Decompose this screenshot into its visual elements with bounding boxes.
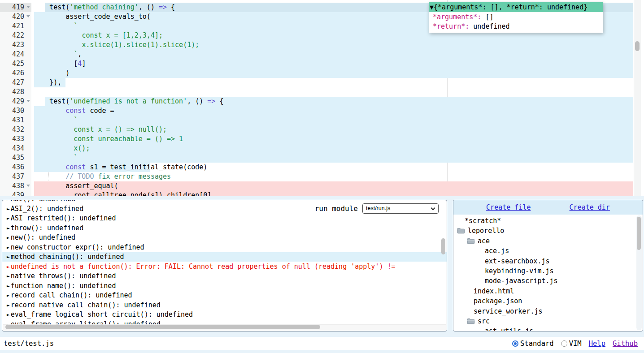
test-result-row[interactable]: ►undefined is not a function(): Error: F…	[2, 262, 447, 271]
editor-line-439[interactable]: root_calltree_node(s1).children[0]439	[0, 191, 644, 196]
editor-line-437[interactable]: // TODO fix error messages437	[0, 172, 644, 181]
fold-arrow-icon[interactable]	[26, 15, 30, 17]
tree-item-label: src	[478, 316, 490, 326]
test-result-row[interactable]: ►new(): undefined	[2, 233, 447, 242]
expand-triangle-icon[interactable]: ►	[7, 245, 10, 250]
editor-line-428[interactable]: 428	[0, 87, 644, 97]
gutter-line-number[interactable]: 423	[0, 40, 31, 50]
radio-vim[interactable]	[561, 340, 567, 347]
results-hscrollbar-track[interactable]	[3, 324, 446, 331]
gutter-line-number[interactable]: 422	[0, 31, 31, 40]
results-scrollbar-thumb[interactable]	[441, 238, 445, 254]
results-hscrollbar-thumb[interactable]	[5, 325, 320, 329]
gutter-line-number[interactable]: 429	[0, 97, 31, 106]
expand-triangle-icon[interactable]: ►	[7, 235, 10, 241]
fold-arrow-icon[interactable]	[26, 6, 30, 8]
expand-triangle-icon[interactable]: ►	[7, 273, 10, 279]
tree-file-mode-javascript.js[interactable]: mode-javascript.js	[453, 276, 643, 286]
test-result-row[interactable]: ►record native call chain(): undefined	[2, 301, 447, 310]
gutter-line-number[interactable]: 428	[0, 87, 31, 97]
tree-file-index.html[interactable]: index.html	[453, 286, 643, 296]
gutter-line-number[interactable]: 437	[0, 172, 31, 181]
test-result-row[interactable]: ►record call chain(): undefined	[2, 291, 447, 300]
tree-file-ext-searchbox.js[interactable]: ext-searchbox.js	[453, 256, 643, 266]
run-module-control: run module test/run.js	[315, 203, 439, 214]
tree-folder-ace[interactable]: ace	[453, 236, 643, 246]
gutter-line-number[interactable]: 421	[0, 22, 31, 31]
tree-file-*scratch*[interactable]: *scratch*	[453, 216, 643, 226]
tree-file-keybinding-vim.js[interactable]: keybinding-vim.js	[453, 266, 643, 276]
mode-standard-option[interactable]: Standard	[512, 340, 554, 348]
editor-line-427[interactable]: }),427	[0, 78, 644, 87]
gutter-line-number[interactable]: 438	[0, 181, 31, 191]
editor-line-425[interactable]: [4]425	[0, 59, 644, 69]
fold-arrow-icon[interactable]	[26, 185, 30, 187]
expand-triangle-icon[interactable]: ►	[7, 312, 10, 318]
test-result-row[interactable]: ►ASI_restrited(): undefined	[2, 214, 447, 223]
editor-line-433[interactable]: const unreachable = () => 1433	[0, 134, 644, 144]
editor-line-430[interactable]: const code =430	[0, 106, 644, 116]
run-module-select[interactable]: test/run.js	[362, 203, 439, 214]
tree-file-service_worker.js[interactable]: service_worker.js	[453, 306, 643, 316]
code-text: `	[33, 153, 78, 163]
mode-vim-option[interactable]: VIM	[561, 340, 582, 348]
editor-line-436[interactable]: const s1 = test_initial_state(code)436	[0, 163, 644, 172]
help-link[interactable]: Help	[589, 340, 605, 348]
code-editor[interactable]: test('method chaining', () => {419 asser…	[0, 0, 644, 196]
test-result-row[interactable]: ►throw(): undefined	[2, 224, 447, 233]
create-file-link[interactable]: Create file	[486, 203, 531, 211]
gutter-line-number[interactable]: 432	[0, 125, 31, 134]
test-result-row[interactable]: ►new constructor expr(): undefined	[2, 243, 447, 252]
editor-line-431[interactable]: `431	[0, 116, 644, 125]
gutter-line-number[interactable]: 433	[0, 134, 31, 144]
gutter-line-number[interactable]: 420	[0, 12, 31, 22]
create-dir-link[interactable]: Create dir	[570, 203, 610, 211]
tree-file-ast_utils.js[interactable]: ast_utils.js	[453, 326, 643, 331]
gutter-line-number[interactable]: 431	[0, 116, 31, 125]
editor-line-438[interactable]: assert_equal(438	[0, 181, 644, 191]
editor-scrollbar-thumb[interactable]	[635, 41, 640, 51]
gutter-line-number[interactable]: 424	[0, 50, 31, 59]
expand-triangle-icon[interactable]: ►	[7, 225, 10, 231]
test-result-row[interactable]: ►function name(): undefined	[2, 281, 447, 291]
editor-line-435[interactable]: `435	[0, 153, 644, 163]
gutter-line-number[interactable]: 430	[0, 106, 31, 116]
expand-triangle-icon[interactable]: ►	[7, 200, 10, 202]
tree-folder-leporello[interactable]: leporello	[453, 226, 643, 236]
gutter-line-number[interactable]: 419	[0, 3, 31, 12]
expand-triangle-icon[interactable]: ►	[7, 283, 10, 289]
github-link[interactable]: Github	[613, 340, 638, 348]
editor-line-434[interactable]: x();434	[0, 144, 644, 153]
editor-line-429[interactable]: test('undefined is not a function', () =…	[0, 97, 644, 106]
gutter-line-number[interactable]: 435	[0, 153, 31, 163]
gutter-line-number[interactable]: 427	[0, 78, 31, 87]
tree-scrollbar-thumb[interactable]	[637, 217, 641, 250]
test-result-row[interactable]: ►method chaining(): undefined	[2, 252, 447, 262]
gutter-line-number[interactable]: 436	[0, 163, 31, 172]
gutter-line-number[interactable]: 439	[0, 191, 31, 196]
editor-line-424[interactable]: `,424	[0, 50, 644, 59]
expand-triangle-icon[interactable]: ►	[7, 254, 10, 260]
radio-standard[interactable]	[512, 340, 518, 347]
editor-scrollbar-track[interactable]	[634, 0, 641, 196]
fold-arrow-icon[interactable]	[26, 100, 30, 102]
gutter-line-number[interactable]: 434	[0, 144, 31, 153]
expand-triangle-icon[interactable]: ►	[7, 264, 10, 270]
expand-triangle-icon[interactable]: ►	[7, 293, 10, 298]
expand-triangle-icon[interactable]: ►	[7, 215, 10, 221]
expand-triangle-icon[interactable]: ►	[7, 302, 10, 308]
gutter-line-number[interactable]: 426	[0, 69, 31, 78]
gutter-line-number[interactable]: 425	[0, 59, 31, 69]
tree-file-package.json[interactable]: package.json	[453, 296, 643, 306]
test-result-row[interactable]: ►eval_frame logical short circuit(): und…	[2, 310, 447, 319]
expand-triangle-icon[interactable]: ►	[7, 206, 10, 212]
editor-line-432[interactable]: const x = () => null();432	[0, 125, 644, 134]
editor-line-426[interactable]: )426	[0, 69, 644, 78]
value-inspector-header[interactable]: ▼{*arguments*: [], *return*: undefined}	[429, 2, 603, 12]
test-result-row[interactable]: ►native throws(): undefined	[2, 271, 447, 281]
line-highlight	[34, 69, 633, 78]
tree-file-ace.js[interactable]: ace.js	[453, 246, 643, 256]
tree-folder-src[interactable]: src	[453, 316, 643, 326]
editor-line-423[interactable]: x.slice(1).slice(1).slice(1);423	[0, 40, 644, 50]
tree-item-label: *scratch*	[465, 216, 501, 226]
